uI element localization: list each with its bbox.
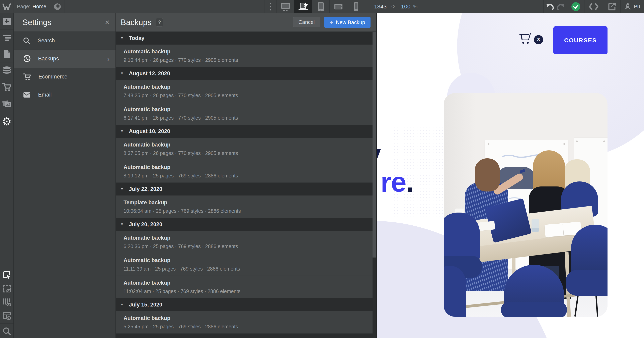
backup-group-header[interactable]: ▼ August 10, 2020 [116,125,372,138]
settings-item-search[interactable]: Search [14,32,116,50]
scrollbar-track[interactable] [372,32,376,338]
settings-button-active[interactable]: ⚙ [0,112,14,131]
backup-group-header[interactable]: ▼ July 22, 2020 [116,183,372,195]
backup-group-header[interactable]: ▼ July 20, 2020 [116,218,372,231]
backup-row[interactable]: Automatic backup 6:17:41 pm · 26 pages ·… [116,102,372,125]
publish-label: Pu [634,4,640,10]
webflow-logo[interactable] [0,0,14,13]
scrollbar-thumb[interactable] [372,32,376,257]
cart-icon-site[interactable] [519,33,531,45]
xray-mode-button[interactable] [0,282,14,295]
backups-title: Backups [121,18,152,27]
find-button[interactable] [0,324,14,338]
search-icon [23,37,30,44]
assets-button[interactable] [0,95,14,112]
guides-visibility-button[interactable] [0,295,14,309]
backup-row[interactable]: Automatic backup 9:10:44 pm · 26 pages ·… [116,45,372,67]
chevron-right-icon: › [107,55,110,62]
add-elements-button[interactable] [0,13,14,30]
backup-meta: 8:37:05 pm · 26 pages · 770 styles · 290… [124,150,372,156]
person-left-hair [475,158,500,191]
cancel-button[interactable]: Cancel [293,17,320,27]
layout-visibility-button[interactable] [0,309,14,322]
backup-row[interactable]: Automatic backup 6:20:36 pm · 25 pages ·… [116,231,372,253]
backup-row[interactable]: Automatic backup 5:25:45 pm · 25 pages ·… [116,311,372,333]
backup-meta: 10:06:04 am · 25 pages · 769 styles · 28… [124,208,372,214]
caret-down-icon: ▼ [120,36,124,40]
zoom-unit: % [413,4,418,10]
courses-button[interactable]: COURSES [553,26,608,54]
backup-meta: 9:10:44 pm · 26 pages · 770 styles · 290… [124,57,372,63]
settings-item-email[interactable]: Email [14,86,116,104]
pages-button[interactable] [0,46,14,63]
backup-group-header[interactable]: ▼ August 12, 2020 [116,67,372,80]
left-toolbar: ⚙ [0,13,14,338]
group-date: July 22, 2020 [129,186,162,192]
cart-icon-settings [23,73,31,81]
layers-lines-icon [2,34,11,41]
share-button[interactable] [603,0,620,13]
page-selector[interactable]: Page: Home [14,0,50,13]
headline-clipped-fragment: y [377,140,381,168]
backup-group-header[interactable]: ▼ July 15, 2020 [116,298,372,311]
backup-row[interactable]: Automatic backup 8:19:12 pm · 25 pages ·… [116,160,372,183]
backup-row[interactable]: Automatic backup 8:37:05 pm · 26 pages ·… [116,138,372,160]
canvas-menu-kebab[interactable] [264,0,277,13]
canvas-width-input[interactable]: 1343 [374,4,386,10]
webflow-designer: Page: Home [0,0,644,338]
hero-photo [444,93,608,317]
close-icon[interactable]: × [105,18,110,26]
top-bar: Page: Home [0,0,644,13]
backup-title: Automatic backup [124,84,372,90]
breakpoint-mobile-landscape[interactable] [330,0,347,13]
selector-tool-button[interactable] [0,268,14,282]
backup-row[interactable]: Automatic backup 11:02:04 am · 25 pages … [116,276,372,298]
preview-toggle[interactable] [50,0,65,13]
new-backup-label: New Backup [336,19,365,26]
group-date: August 10, 2020 [129,128,170,135]
canvas-width-unit: PX [389,4,396,10]
undo-icon[interactable] [546,3,554,10]
backup-title: Automatic backup [124,142,372,148]
backup-row[interactable]: Automatic backup 7:48:25 pm · 26 pages ·… [116,80,372,102]
backup-meta: 7:48:25 pm · 26 pages · 770 styles · 290… [124,93,372,98]
chair [444,266,466,317]
backup-row[interactable]: Automatic backup 11:11:39 am · 25 pages … [116,253,372,276]
images-icon [2,100,12,108]
group-date: July 15, 2020 [129,302,162,308]
backup-group-header[interactable]: ▼ Today [116,32,372,45]
breakpoint-desktop[interactable] [277,0,294,13]
backup-title: Automatic backup [124,235,372,241]
breakpoint-tablet[interactable] [312,0,330,13]
backup-title: Automatic backup [124,315,372,321]
help-badge[interactable]: ? [156,18,163,27]
group-date: July 20, 2020 [129,221,162,228]
settings-item-label: Email [38,92,52,98]
page-value: Home [32,4,46,10]
cart-count-badge[interactable]: 3 [534,35,543,44]
headline-fragment: re. [380,168,414,196]
chair [444,213,480,263]
backup-row[interactable]: Template backup 10:06:04 am · 25 pages ·… [116,195,372,218]
backup-group-header[interactable]: ▼ July 14, 2020 [116,333,372,338]
plus-icon: + [330,19,333,26]
new-backup-button[interactable]: + New Backup [324,17,371,28]
settings-item-label: Search [38,38,55,44]
breakpoint-laptop-selected[interactable] [294,0,312,13]
rocket-icon [624,2,632,11]
navigator-button[interactable] [0,30,14,46]
settings-item-ecommerce[interactable]: Ecommerce [14,68,116,86]
breakpoint-mobile-portrait[interactable] [347,0,365,13]
site-canvas: y re. 3 COURSES [377,13,644,338]
redo-icon[interactable] [557,3,565,10]
publish-button[interactable]: Pu [620,0,644,13]
ecommerce-button[interactable] [0,79,14,95]
group-date: August 12, 2020 [129,71,170,77]
page-label: Page: [17,4,30,10]
settings-item-backups[interactable]: Backups › [14,50,116,68]
backup-meta: 11:11:39 am · 25 pages · 769 styles · 28… [124,266,372,272]
toolbar-divider [0,323,14,323]
zoom-input[interactable]: 100 [401,4,410,10]
code-export-button[interactable] [584,0,603,13]
cms-button[interactable] [0,63,14,79]
